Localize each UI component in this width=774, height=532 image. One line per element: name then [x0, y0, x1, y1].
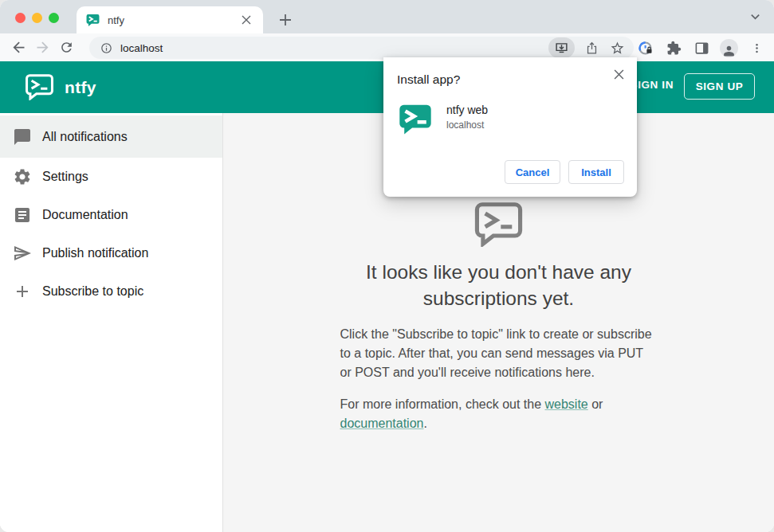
plus-icon: [13, 282, 32, 301]
tab-strip: ntfy: [0, 0, 774, 33]
brand-name: ntfy: [65, 78, 96, 97]
sidebar-item-label: Documentation: [42, 208, 128, 222]
address-bar[interactable]: localhost: [89, 37, 634, 59]
browser-window: ntfy localhost: [0, 0, 774, 532]
bookmark-star-icon[interactable]: [607, 37, 627, 58]
app-icon: [399, 104, 432, 139]
website-link[interactable]: website: [545, 397, 588, 411]
empty-state-text: Click the "Subscribe to topic" link to c…: [340, 325, 658, 433]
window-close-button[interactable]: [15, 13, 26, 23]
sidebar-item-all-notifications[interactable]: All notifications: [0, 115, 222, 158]
sign-up-button[interactable]: SIGN UP: [684, 73, 755, 100]
profile-avatar-icon[interactable]: [720, 39, 738, 57]
back-icon[interactable]: [6, 36, 30, 60]
ntfy-favicon-icon: [86, 14, 100, 27]
sidebar-item-settings[interactable]: Settings: [0, 158, 222, 196]
site-info-icon[interactable]: [100, 42, 112, 54]
gear-icon: [13, 167, 32, 186]
dialog-close-icon[interactable]: [610, 65, 627, 83]
sidebar-nav: All notifications Settings Documentation…: [0, 113, 223, 532]
cancel-button[interactable]: Cancel: [505, 160, 560, 184]
sidebar-item-subscribe-to-topic[interactable]: Subscribe to topic: [0, 272, 222, 311]
side-panel-icon[interactable]: [692, 38, 711, 57]
info-text: .: [423, 417, 426, 430]
forward-icon[interactable]: [30, 36, 54, 60]
sidebar-item-label: All notifications: [42, 130, 128, 144]
window-minimize-button[interactable]: [32, 13, 42, 23]
info-text: or: [588, 397, 603, 411]
menu-kebab-icon[interactable]: [747, 38, 766, 57]
ntfy-terminal-icon: [473, 202, 524, 250]
install-button[interactable]: Install: [568, 160, 624, 184]
new-tab-plus-icon[interactable]: [274, 9, 297, 31]
install-app-icon[interactable]: [548, 37, 575, 58]
window-controls: [15, 13, 59, 23]
info-text: For more information, check out the: [340, 397, 545, 411]
dialog-app-name: ntfy web: [446, 104, 488, 116]
dialog-buttons: Cancel Install: [505, 160, 624, 184]
reload-icon[interactable]: [54, 36, 78, 60]
document-icon: [13, 205, 32, 225]
chat-icon: [13, 127, 32, 147]
sidebar-item-label: Settings: [42, 170, 88, 184]
window-zoom-button[interactable]: [49, 13, 59, 23]
sidebar-item-documentation[interactable]: Documentation: [0, 196, 222, 234]
extension-lock-icon[interactable]: [636, 38, 655, 57]
sidebar-item-publish-notification[interactable]: Publish notification: [0, 234, 222, 272]
sidebar-item-label: Subscribe to topic: [42, 284, 143, 299]
empty-state-paragraph: Click the "Subscribe to topic" link to c…: [340, 325, 658, 382]
url-text[interactable]: localhost: [120, 42, 548, 54]
extensions-puzzle-icon[interactable]: [664, 38, 683, 57]
dialog-app-origin: localhost: [446, 119, 484, 131]
sidebar-item-label: Publish notification: [42, 246, 148, 260]
send-icon: [13, 244, 32, 263]
ntfy-logo-icon: [25, 74, 54, 100]
dialog-title: Install app?: [397, 72, 460, 87]
tab-strip-chevron-icon[interactable]: [749, 10, 761, 25]
install-app-dialog: Install app? ntfy web localhost Cancel I…: [383, 57, 637, 197]
tab-title: ntfy: [108, 14, 239, 26]
toolbar-right-cluster: [636, 37, 766, 59]
share-icon[interactable]: [581, 37, 602, 58]
documentation-link[interactable]: documentation: [340, 417, 424, 430]
tab-close-icon[interactable]: [239, 13, 253, 27]
empty-state-paragraph: For more information, check out the webs…: [340, 395, 658, 433]
empty-state-heading: It looks like you don't have any subscri…: [324, 259, 674, 311]
browser-tab[interactable]: ntfy: [77, 6, 263, 33]
